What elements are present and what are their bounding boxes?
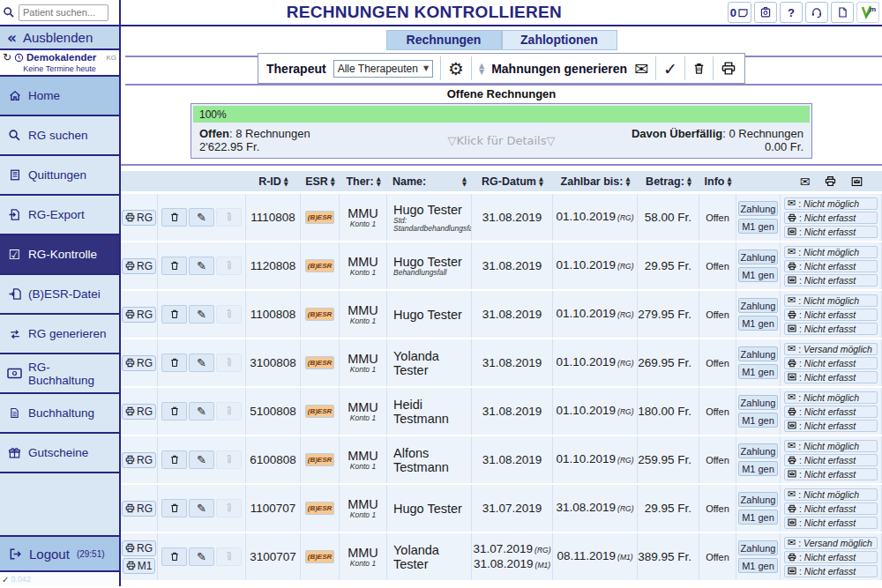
print-rg-button[interactable]: RG [122, 355, 156, 371]
edit-button[interactable]: ✎ [189, 402, 214, 421]
esr-cell: (B)ESR [301, 242, 340, 289]
header-ther[interactable]: Ther: ▲▼ [340, 171, 387, 191]
print-rg-button[interactable]: RG [122, 307, 156, 323]
sort-toggle-icon[interactable]: ▲▼ [479, 63, 484, 75]
zahlung-button[interactable]: Zahlung [738, 346, 778, 361]
edit-button[interactable]: ✎ [189, 208, 214, 227]
edit-button[interactable]: ✎ [189, 547, 214, 566]
m1-gen-button[interactable]: M1 gen [738, 558, 778, 573]
edit-button[interactable]: ✎ [189, 499, 214, 517]
print-icon [125, 455, 135, 465]
edit-button[interactable]: ✎ [189, 450, 214, 469]
mail-icon[interactable]: ✉ [634, 59, 648, 78]
sort-icon[interactable]: ▲▼ [539, 176, 543, 187]
sidebar-item-rg-generieren[interactable]: RG generieren [0, 315, 119, 354]
m1-gen-button[interactable]: M1 gen [738, 316, 778, 331]
edit-button[interactable]: ✎ [189, 354, 214, 372]
header-info[interactable]: Info ▲▼ [699, 171, 736, 191]
app-logo[interactable]: m [856, 2, 879, 23]
delete-button[interactable] [161, 547, 187, 566]
delete-button[interactable] [161, 208, 187, 227]
header-name[interactable]: Name: ▲▼ [387, 171, 472, 191]
zahlung-button[interactable]: Zahlung [738, 201, 778, 216]
header-rid[interactable]: R-ID ▲▼ [246, 171, 301, 191]
print-rg-button[interactable]: RG [122, 540, 156, 556]
therapeut-select[interactable]: Alle Therapeuten ▼ [333, 60, 433, 78]
m1-gen-button[interactable]: M1 gen [738, 461, 778, 476]
mail-icon[interactable]: ✉ [800, 175, 811, 189]
delete-button[interactable] [161, 402, 187, 421]
zahlung-button[interactable]: Zahlung [738, 540, 778, 555]
sort-icon[interactable]: ▲▼ [462, 176, 467, 187]
print-rg-button[interactable]: RG [122, 210, 156, 226]
sidebar-item-buchhaltung[interactable]: Buchhaltung [0, 394, 119, 434]
delete-button[interactable] [161, 305, 187, 324]
tab-rechnungen[interactable]: Rechnungen [386, 30, 502, 50]
sort-icon[interactable]: ▲▼ [727, 176, 731, 187]
package-button[interactable] [754, 2, 777, 23]
settings-gear-icon[interactable]: ⚙ [448, 58, 464, 79]
patient-search-input[interactable] [19, 4, 108, 21]
details-toggle[interactable]: ▽Klick für Details▽ [399, 134, 604, 147]
refresh-icon[interactable]: ↻ [3, 51, 11, 63]
sort-icon[interactable]: ▲▼ [687, 176, 691, 187]
zahlung-button[interactable]: Zahlung [738, 298, 778, 313]
delete-trash-icon[interactable] [692, 62, 706, 76]
print-m1-button[interactable]: M1 [123, 558, 156, 574]
due-date-cell: 01.10.2019(RG) [553, 339, 638, 386]
m1-gen-button[interactable]: M1 gen [738, 364, 778, 379]
logout-button[interactable]: Logout (29:51) [0, 535, 119, 572]
print-icon[interactable] [825, 175, 836, 187]
m1-gen-button[interactable]: M1 gen [738, 510, 778, 525]
summary-box[interactable]: 100% Offen: 8 Rechnungen 2'622.95 Fr. ▽K… [191, 103, 812, 159]
sidebar-item-besr-datei[interactable]: (B)ESR-Datei [0, 275, 119, 315]
esr-mail-icon [788, 421, 796, 429]
sidebar-item-gutscheine[interactable]: Gutscheine [0, 434, 119, 473]
zahlung-button[interactable]: Zahlung [738, 443, 778, 458]
sidebar-item-rg-buchhaltung[interactable]: RG-Buchhaltung [0, 354, 119, 394]
sidebar-item-quittungen[interactable]: Quittungen [0, 156, 119, 196]
support-button[interactable] [805, 2, 828, 23]
print-icon[interactable] [721, 61, 736, 76]
sidebar-item-rg-export[interactable]: RG-Export [0, 196, 119, 235]
tab-zahloptionen[interactable]: Zahloptionen [502, 30, 617, 50]
zahlung-button[interactable]: Zahlung [738, 492, 778, 507]
sort-icon[interactable]: ▲▼ [331, 176, 335, 187]
therapist-cell: MMU Konto 1 [340, 242, 387, 289]
print-rg-button[interactable]: RG [122, 501, 156, 517]
sidebar-collapse-button[interactable]: « Ausblenden [0, 26, 119, 50]
esr-mail-icon[interactable] [851, 176, 863, 187]
print-rg-button[interactable]: RG [122, 404, 156, 420]
header-zahlbar[interactable]: Zahlbar bis: ▲▼ [553, 171, 638, 191]
sidebar-item-rg-kontrolle[interactable]: ☑ RG-Kontrolle [0, 235, 119, 275]
m1-gen-button[interactable]: M1 gen [738, 267, 778, 282]
pay-cell: Zahlung M1 gen [736, 533, 781, 580]
print-rg-button[interactable]: RG [122, 258, 156, 274]
edit-button[interactable]: ✎ [189, 305, 214, 324]
header-esr[interactable]: ESR ▲▼ [301, 171, 340, 191]
help-button[interactable]: ? [780, 2, 803, 23]
sidebar-item-home[interactable]: Home [0, 77, 119, 116]
mahnungen-generieren-button[interactable]: Mahnungen generieren [491, 62, 627, 76]
delete-button[interactable] [161, 257, 187, 275]
zahlung-button[interactable]: Zahlung [738, 395, 778, 410]
delete-button[interactable] [161, 499, 187, 517]
header-rg-datum[interactable]: RG-Datum ▲▼ [472, 171, 553, 191]
m1-gen-button[interactable]: M1 gen [738, 413, 778, 428]
header-betrag[interactable]: Betrag: ▲▼ [638, 171, 699, 191]
sort-icon[interactable]: ▲▼ [377, 176, 381, 187]
print-rg-button[interactable]: RG [122, 452, 156, 468]
sort-icon[interactable]: ▲▼ [625, 176, 630, 187]
zahlung-button[interactable]: Zahlung [738, 249, 778, 264]
document-button[interactable] [831, 2, 854, 23]
m1-gen-button[interactable]: M1 gen [738, 219, 778, 234]
sort-icon[interactable]: ▲▼ [284, 176, 288, 187]
confirm-check-icon[interactable]: ✓ [663, 59, 677, 78]
edit-button[interactable]: ✎ [189, 257, 214, 275]
delete-button[interactable] [161, 354, 187, 372]
notes-button[interactable]: 0 [728, 2, 751, 23]
calendar-widget[interactable]: ↻ Demokalender KG Keine Termine heute [0, 50, 119, 77]
print-icon [788, 553, 796, 562]
sidebar-item-rg-suchen[interactable]: RG suchen [0, 116, 119, 156]
delete-button[interactable] [161, 450, 187, 469]
